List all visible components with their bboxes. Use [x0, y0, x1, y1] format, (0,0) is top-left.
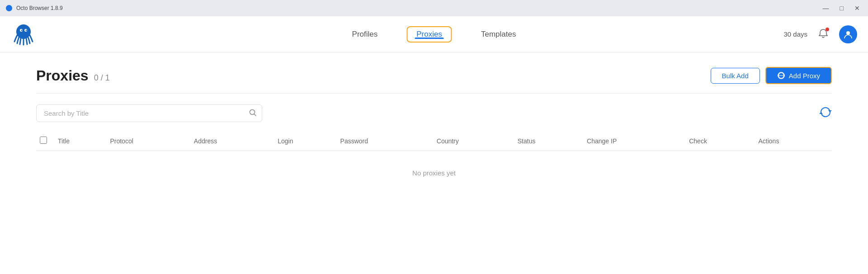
table-body: No proxies yet: [36, 151, 832, 195]
proxies-title-area: Proxies 0 / 1: [36, 67, 110, 84]
table-col-title: Title: [54, 131, 106, 151]
user-icon: [843, 29, 853, 39]
avatar-button[interactable]: [839, 25, 857, 43]
table-col-status: Status: [514, 131, 583, 151]
header-right: 30 days: [783, 25, 857, 43]
table-col-protocol: Protocol: [106, 131, 190, 151]
proxies-count: 0 / 1: [94, 73, 110, 83]
svg-point-4: [21, 29, 23, 31]
close-button[interactable]: ✕: [852, 4, 863, 13]
search-icon: [249, 109, 257, 117]
svg-point-6: [846, 31, 850, 35]
empty-state-row: No proxies yet: [36, 151, 832, 195]
app-icon: [5, 5, 13, 12]
proxy-icon: [777, 71, 785, 80]
add-proxy-label: Add Proxy: [789, 72, 820, 80]
search-wrapper: [36, 104, 262, 122]
notification-dot: [826, 28, 829, 31]
table-col-check: Check: [685, 131, 755, 151]
table-section: Title Protocol Address Login Password Co…: [36, 94, 832, 195]
refresh-icon: [819, 106, 832, 118]
table-col-password: Password: [337, 131, 433, 151]
maximize-button[interactable]: □: [837, 4, 846, 13]
title-bar-controls: — □ ✕: [820, 4, 863, 13]
nav-proxies[interactable]: Proxies: [415, 30, 444, 39]
proxy-table: Title Protocol Address Login Password Co…: [36, 131, 832, 195]
proxies-header: Proxies 0 / 1 Bulk Add Add Proxy: [36, 52, 832, 94]
bulk-add-button[interactable]: Bulk Add: [711, 68, 760, 84]
search-button[interactable]: [249, 109, 257, 118]
title-bar-left: Octo Browser 1.8.9: [5, 5, 63, 12]
main-nav: Profiles Proxies Templates: [350, 16, 518, 52]
refresh-button[interactable]: [819, 106, 832, 121]
select-all-checkbox[interactable]: [40, 137, 47, 144]
logo-area: [11, 22, 36, 47]
add-proxy-button[interactable]: Add Proxy: [765, 67, 832, 84]
header: Profiles Proxies Templates 30 days: [0, 16, 868, 52]
proxies-actions: Bulk Add Add Proxy: [711, 67, 832, 84]
table-header-row: Title Protocol Address Login Password Co…: [36, 131, 832, 151]
search-input[interactable]: [36, 104, 262, 122]
main-content: Proxies 0 / 1 Bulk Add Add Proxy: [0, 52, 868, 195]
empty-state-message: No proxies yet: [36, 151, 832, 195]
table-header: Title Protocol Address Login Password Co…: [36, 131, 832, 151]
nav-profiles[interactable]: Profiles: [350, 16, 380, 52]
logo-icon: [11, 22, 36, 47]
minimize-button[interactable]: —: [820, 4, 832, 13]
days-badge: 30 days: [783, 30, 807, 38]
table-col-change-ip: Change IP: [583, 131, 685, 151]
app-title: Octo Browser 1.8.9: [16, 5, 63, 11]
nav-templates[interactable]: Templates: [479, 16, 518, 52]
table-col-address: Address: [190, 131, 274, 151]
table-col-checkbox: [36, 131, 54, 151]
svg-point-0: [6, 5, 12, 11]
search-refresh-row: [36, 104, 832, 122]
notification-button[interactable]: [816, 27, 830, 42]
proxies-tab-highlight: Proxies: [406, 26, 452, 43]
page-title: Proxies: [36, 67, 89, 84]
table-col-login: Login: [274, 131, 336, 151]
svg-point-5: [26, 29, 27, 31]
table-col-country: Country: [433, 131, 514, 151]
title-bar: Octo Browser 1.8.9 — □ ✕: [0, 0, 868, 16]
table-col-actions: Actions: [755, 131, 832, 151]
